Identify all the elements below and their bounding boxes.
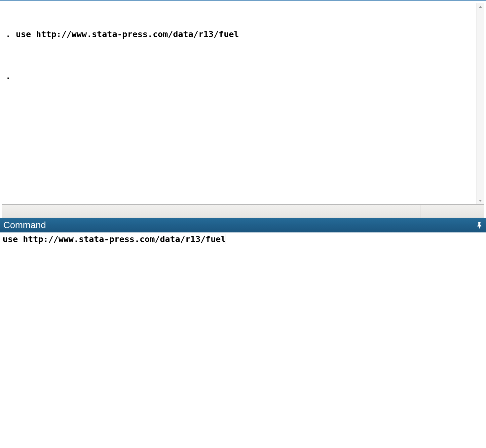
results-panel: . use http://www.stata-press.com/data/r1…: [2, 3, 484, 205]
results-output[interactable]: . use http://www.stata-press.com/data/r1…: [2, 3, 476, 204]
scroll-up-icon[interactable]: [477, 3, 484, 11]
status-bar: [2, 205, 484, 218]
results-line: .: [6, 71, 473, 82]
status-cell: [421, 205, 484, 218]
results-line: . use http://www.stata-press.com/data/r1…: [6, 29, 473, 40]
command-input[interactable]: use http://www.stata-press.com/data/r13/…: [0, 232, 486, 448]
command-panel-title: Command: [3, 220, 46, 230]
window-top-border: [0, 0, 486, 1]
command-input-text: use http://www.stata-press.com/data/r13/…: [3, 234, 226, 244]
scrollbar-track[interactable]: [477, 11, 484, 197]
pin-icon[interactable]: [476, 221, 483, 229]
status-cell: [2, 205, 358, 218]
results-scrollbar[interactable]: [476, 3, 484, 204]
text-cursor: [226, 234, 226, 244]
command-panel-header: Command: [0, 218, 486, 232]
status-cell: [358, 205, 421, 218]
scroll-down-icon[interactable]: [477, 197, 484, 204]
